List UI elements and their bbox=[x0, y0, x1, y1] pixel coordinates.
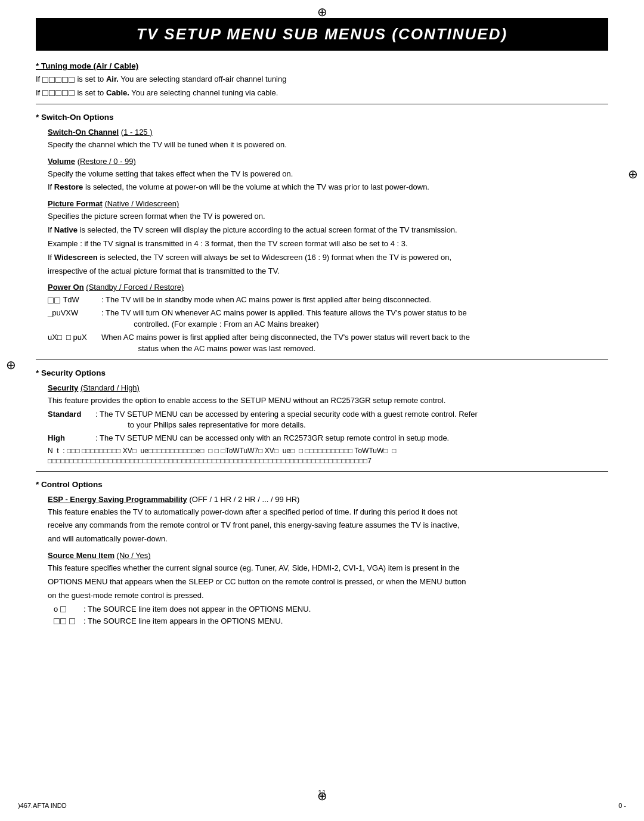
crosshair-top-icon: ⊕ bbox=[317, 5, 327, 19]
security-line1: This feature provides the option to enab… bbox=[36, 395, 608, 407]
control-heading: * Control Options bbox=[36, 480, 608, 489]
source-yes-desc: : The SOURCE line item appears in the OP… bbox=[83, 616, 608, 627]
volume-range: (Restore / 0 - 99) bbox=[78, 157, 136, 166]
footer-left: )467.AFTA INDD bbox=[18, 802, 67, 809]
volume-line1: Specify the volume setting that takes ef… bbox=[36, 169, 608, 180]
security-subsection: Security (Standard / High) bbox=[36, 383, 608, 392]
power-row-standby: TdW : The TV will be in standby mode whe… bbox=[36, 295, 608, 306]
security-row-high: High : The TV SETUP MENU can be accessed… bbox=[36, 433, 608, 444]
picture-format-line5: irrespective of the actual picture forma… bbox=[36, 266, 608, 277]
source-menu-title: Source Menu Item bbox=[48, 551, 114, 560]
title-bar: TV SETUP MENU SUB MENUS (CONTINUED) bbox=[36, 18, 608, 51]
source-no-desc: : The SOURCE line item does not appear i… bbox=[83, 604, 608, 615]
power-forced-desc: : The TV will turn ON whenever AC mains … bbox=[101, 308, 608, 330]
esp-line2: receive any commands from the remote con… bbox=[36, 520, 608, 531]
tuning-mode-line1: If is set to Air. You are selecting stan… bbox=[36, 74, 608, 85]
switch-on-heading: * Switch-On Options bbox=[36, 113, 608, 122]
power-forced-label: _puVXW bbox=[48, 308, 101, 319]
power-restore-desc: When AC mains power is first applied aft… bbox=[101, 332, 608, 355]
picture-format-subsection: Picture Format (Native / Widescreen) bbox=[36, 199, 608, 208]
tuning-mode-line2: If is set to Cable. You are selecting ch… bbox=[36, 88, 608, 99]
tuning-mode-heading: * Tuning mode (Air / Cable) bbox=[36, 61, 608, 70]
footer-right: 0 - bbox=[618, 802, 626, 809]
source-menu-range: (No / Yes) bbox=[117, 551, 151, 560]
power-standby-label: TdW bbox=[48, 295, 101, 306]
picture-format-line2: If Native is selected, the TV screen wil… bbox=[36, 225, 608, 236]
switch-on-channel-subsection: Switch-On Channel (1 - 125 ) bbox=[36, 128, 608, 137]
source-no-label: o bbox=[54, 604, 83, 615]
security-title: Security bbox=[48, 383, 78, 392]
security-standard-desc: : The TV SETUP MENU can be accessed by e… bbox=[95, 409, 608, 432]
source-menu-line1: This feature specifies whether the curre… bbox=[36, 563, 608, 574]
crosshair-right-icon: ⊕ bbox=[628, 167, 638, 181]
esp-subsection: ESP - Energy Saving Programmability (OFF… bbox=[36, 495, 608, 504]
switch-on-channel-range: (1 - 125 ) bbox=[121, 128, 153, 137]
source-menu-line2: OPTIONS MENU that appears when the SLEEP… bbox=[36, 577, 608, 588]
picture-format-title: Picture Format bbox=[48, 199, 103, 208]
security-high-desc: : The TV SETUP MENU can be accessed only… bbox=[95, 433, 608, 444]
esp-line1: This feature enables the TV to automatic… bbox=[36, 507, 608, 518]
picture-format-range: (Native / Widescreen) bbox=[104, 199, 179, 208]
security-high-label: High bbox=[48, 433, 95, 444]
security-heading: * Security Options bbox=[36, 368, 608, 377]
picture-format-line4: If Widescreen is selected, the TV screen… bbox=[36, 252, 608, 264]
security-note: N t : □□□ □□□□□□□□□ XV□ ue□□□□□□□□□□□e□ … bbox=[36, 446, 608, 466]
page-number: 11 bbox=[318, 789, 326, 797]
volume-subsection: Volume (Restore / 0 - 99) bbox=[36, 157, 608, 166]
crosshair-left-icon: ⊕ bbox=[6, 358, 16, 372]
source-menu-subsection: Source Menu Item (No / Yes) bbox=[36, 551, 608, 560]
switch-on-channel-desc: Specify the channel which the TV will be… bbox=[36, 140, 608, 151]
power-standby-desc: : The TV will be in standby mode when AC… bbox=[101, 295, 608, 306]
power-row-restore: uX□ □ puX When AC mains power is first a… bbox=[36, 332, 608, 355]
security-row-standard: Standard : The TV SETUP MENU can be acce… bbox=[36, 409, 608, 432]
switch-on-channel-title: Switch-On Channel bbox=[48, 128, 119, 137]
power-row-forced: _puVXW : The TV will turn ON whenever AC… bbox=[36, 308, 608, 330]
volume-line2: If Restore is selected, the volume at po… bbox=[36, 182, 608, 193]
source-row-no: o : The SOURCE line item does not appear… bbox=[36, 604, 608, 615]
power-on-subsection: Power On (Standby / Forced / Restore) bbox=[36, 283, 608, 292]
esp-range: (OFF / 1 HR / 2 HR / ... / 99 HR) bbox=[189, 495, 299, 504]
esp-title: ESP - Energy Saving Programmability bbox=[48, 495, 187, 504]
footer: )467.AFTA INDD 11 0 - bbox=[0, 802, 644, 809]
source-menu-line3: on the guest-mode remote control is pres… bbox=[36, 590, 608, 602]
page-title: TV SETUP MENU SUB MENUS (CONTINUED) bbox=[48, 25, 596, 44]
page: ⊕ ⊕ ⊕ ⊕ TV SETUP MENU SUB MENUS (CONTINU… bbox=[0, 0, 644, 821]
power-on-range: (Standby / Forced / Restore) bbox=[86, 283, 184, 292]
source-yes-label bbox=[54, 616, 83, 627]
security-standard-label: Standard bbox=[48, 409, 95, 420]
security-range: (Standard / High) bbox=[80, 383, 140, 392]
esp-line3: and will automatically power-down. bbox=[36, 534, 608, 545]
picture-format-line1: Specifies the picture screen format when… bbox=[36, 211, 608, 222]
picture-format-line3: Example : if the TV signal is transmitte… bbox=[36, 238, 608, 250]
power-restore-label: uX□ □ puX bbox=[48, 332, 101, 343]
volume-title: Volume bbox=[48, 157, 75, 166]
power-on-title: Power On bbox=[48, 283, 84, 292]
source-row-yes: : The SOURCE line item appears in the OP… bbox=[36, 616, 608, 627]
